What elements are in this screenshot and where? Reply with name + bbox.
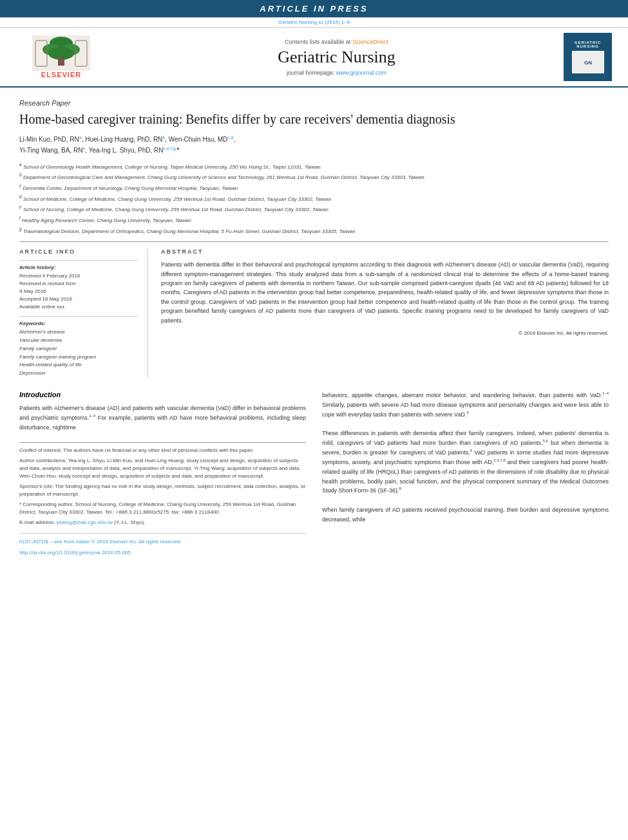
journal-homepage: journal homepage: www.gnjournal.com: [122, 70, 551, 76]
elsevier-text: ELSEVIER: [41, 71, 81, 79]
intro-left-column: Introduction Patients with Alzheimer's d…: [19, 391, 306, 555]
journal-title: Geriatric Nursing: [122, 48, 551, 67]
affiliations: a School of Gerontology Health Managemen…: [19, 162, 609, 236]
keyword-6: Depression: [19, 369, 138, 378]
journal-center: Contents lists available at ScienceDirec…: [109, 38, 564, 76]
introduction-section: Introduction Patients with Alzheimer's d…: [19, 391, 609, 555]
gn-logo-image: GN: [573, 51, 604, 73]
keyword-2: Vascular dementia: [19, 337, 138, 345]
corresponding-note: * Corresponding author. School of Nursin…: [19, 501, 306, 516]
contents-line: Contents lists available at ScienceDirec…: [122, 38, 551, 45]
email-link[interactable]: yeaing@mail.cgu.edu.tw: [57, 519, 113, 525]
intro-right-text: behaviors, appetite changes, aberrant mo…: [322, 391, 609, 525]
received-revised-label: Received in revised form: [19, 280, 138, 288]
keywords-list: Alzheimer's disease Vascular dementia Fa…: [19, 328, 138, 378]
article-type-label: Research Paper: [19, 99, 609, 107]
received-date: Received 4 February 2016: [19, 272, 138, 280]
article-title: Home-based caregiver training: Benefits …: [19, 111, 609, 127]
sponsor-note: Sponsor's role: The funding agency had n…: [19, 483, 306, 498]
keywords-label: Keywords:: [19, 321, 138, 326]
doi-line: Geriatric Nursing xx (2016) 1–9: [0, 17, 628, 28]
received-revised-date: 9 May 2016: [19, 288, 138, 295]
main-content: Research Paper Home-based caregiver trai…: [0, 88, 628, 562]
elsevier-tree-icon: [32, 35, 90, 71]
copyright-line: © 2016 Elsevier Inc. All rights reserved…: [161, 330, 609, 336]
abstract-title: ABSTRACT: [161, 248, 609, 255]
sciencedirect-link[interactable]: ScienceDirect: [352, 39, 388, 45]
available-online: Available online xxx: [19, 303, 138, 311]
footer-notes: Conflict of interest: The authors have n…: [19, 442, 306, 555]
keyword-5: Health-related quality of life: [19, 361, 138, 369]
journal-header: ELSEVIER Contents lists available at Sci…: [0, 28, 628, 88]
keyword-1: Alzheimer's disease: [19, 328, 138, 337]
svg-rect-5: [58, 58, 64, 66]
journal-logo: GERIATRIC NURSING GN: [564, 33, 615, 81]
doi-link[interactable]: http://dx.doi.org/10.1016/j.gerinurse.20…: [19, 550, 306, 555]
issn-line: 0197-4572/$ – see front matter © 2016 El…: [19, 539, 306, 545]
contributions-note: Author contributions: Yea-Ing L. Shyu, L…: [19, 457, 306, 480]
article-info-abstract-section: ARTICLE INFO Article history: Received 4…: [19, 241, 609, 378]
intro-right-column: behaviors, appetite changes, aberrant mo…: [322, 391, 609, 555]
article-in-press-banner: ARTICLE IN PRESS: [0, 0, 628, 17]
article-history-label: Article history:: [19, 265, 138, 270]
abstract-column: ABSTRACT Patients with dementia differ i…: [161, 248, 609, 378]
keyword-3: Family caregiver: [19, 345, 138, 353]
intro-left-text: Patients with Alzheimer's disease (AD) a…: [19, 404, 306, 433]
email-note: E-mail address: yeaing@mail.cgu.edu.tw (…: [19, 519, 306, 527]
keyword-4: Family caregiver-training program: [19, 353, 138, 362]
article-info-title: ARTICLE INFO: [19, 248, 138, 255]
elsevier-logo-area: ELSEVIER: [13, 35, 109, 79]
article-info-column: ARTICLE INFO Article history: Received 4…: [19, 248, 148, 378]
svg-text:GN: GN: [584, 60, 592, 66]
abstract-text: Patients with dementia differ in their b…: [161, 260, 609, 325]
accepted-date: Accepted 16 May 2016: [19, 295, 138, 303]
conflict-note: Conflict of interest: The authors have n…: [19, 447, 306, 454]
authors-line: Li-Min Kuo, PhD, RNa, Huei-Ling Huang, P…: [19, 134, 609, 156]
introduction-title: Introduction: [19, 391, 306, 398]
